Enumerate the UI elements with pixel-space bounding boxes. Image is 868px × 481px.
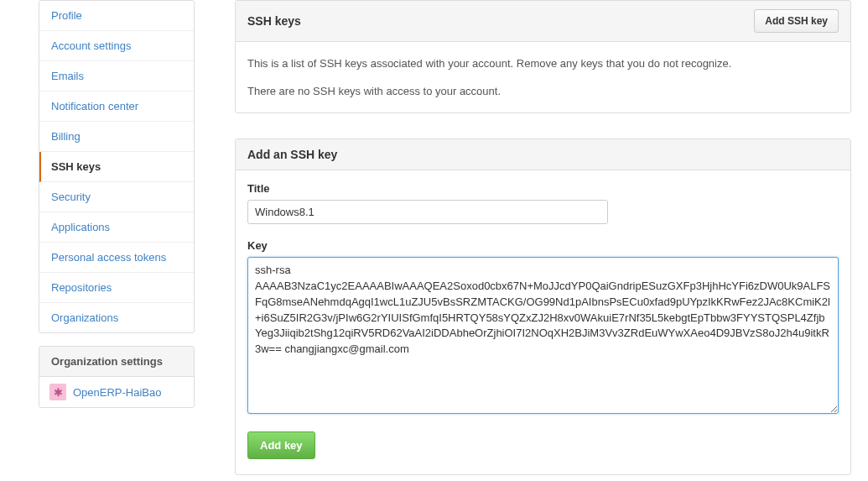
org-item-label: OpenERP-HaiBao (73, 386, 162, 399)
add-ssh-key-panel: Add an SSH key Title Key Add key (235, 139, 851, 475)
add-key-button[interactable]: Add key (247, 431, 315, 459)
org-settings-nav: Organization settings ✱ OpenERP-HaiBao (39, 346, 195, 408)
nav-ssh-keys[interactable]: SSH keys (39, 152, 194, 182)
ssh-panel-title: SSH keys (247, 14, 301, 28)
title-label: Title (247, 182, 839, 195)
nav-security[interactable]: Security (39, 182, 194, 212)
add-ssh-key-button[interactable]: Add SSH key (754, 9, 839, 33)
ssh-panel-empty-message: There are no SSH keys with access to you… (247, 85, 839, 97)
nav-applications[interactable]: Applications (39, 212, 194, 243)
nav-profile[interactable]: Profile (39, 1, 194, 31)
key-textarea[interactable] (247, 257, 839, 414)
add-ssh-panel-title: Add an SSH key (247, 148, 337, 161)
nav-account-settings[interactable]: Account settings (39, 31, 194, 61)
key-label: Key (247, 239, 839, 252)
settings-nav: Profile Account settings Emails Notifica… (39, 0, 195, 333)
nav-organizations[interactable]: Organizations (39, 303, 194, 332)
nav-notification-center[interactable]: Notification center (39, 91, 194, 122)
org-avatar-icon: ✱ (49, 384, 66, 400)
ssh-panel-description: This is a list of SSH keys associated wi… (247, 57, 839, 70)
nav-repositories[interactable]: Repositories (39, 273, 194, 303)
org-item-openerp-haibao[interactable]: ✱ OpenERP-HaiBao (39, 377, 194, 407)
nav-personal-access-tokens[interactable]: Personal access tokens (39, 243, 194, 273)
nav-emails[interactable]: Emails (39, 61, 194, 91)
ssh-keys-panel: SSH keys Add SSH key This is a list of S… (235, 0, 851, 113)
title-input[interactable] (247, 200, 608, 224)
nav-billing[interactable]: Billing (39, 122, 194, 152)
org-settings-header: Organization settings (39, 347, 194, 377)
